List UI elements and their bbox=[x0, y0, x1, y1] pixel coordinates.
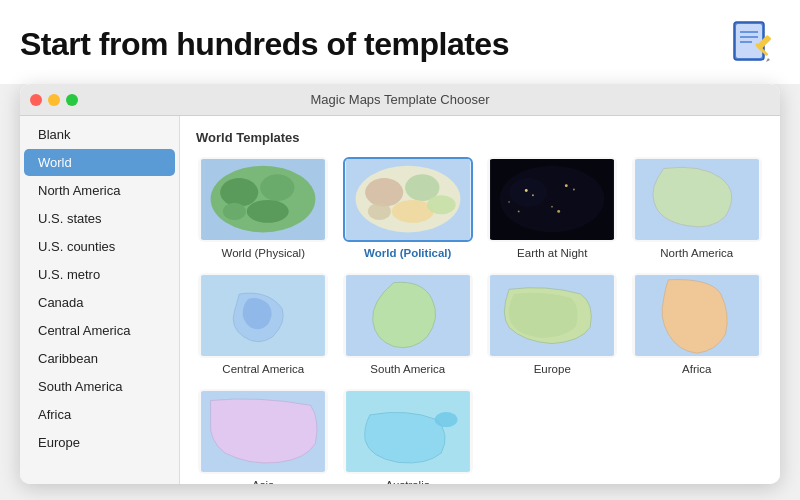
template-thumb-south-america bbox=[343, 273, 473, 358]
template-label-north-america: North America bbox=[660, 247, 733, 259]
svg-point-30 bbox=[518, 210, 520, 212]
minimize-button[interactable] bbox=[48, 94, 60, 106]
sidebar-item-blank[interactable]: Blank bbox=[24, 121, 175, 148]
svg-point-24 bbox=[525, 189, 528, 192]
template-label-world-physical: World (Physical) bbox=[222, 247, 306, 259]
template-item-central-america[interactable]: Central America bbox=[196, 273, 331, 375]
sidebar-item-europe[interactable]: Europe bbox=[24, 429, 175, 456]
template-label-south-america: South America bbox=[370, 363, 445, 375]
template-item-earth-night[interactable]: Earth at Night bbox=[485, 157, 620, 259]
sidebar-item-us-states[interactable]: U.S. states bbox=[24, 205, 175, 232]
template-label-central-america: Central America bbox=[222, 363, 304, 375]
template-thumb-world-physical bbox=[198, 157, 328, 242]
sidebar-item-us-metro[interactable]: U.S. metro bbox=[24, 261, 175, 288]
template-thumb-earth-night bbox=[487, 157, 617, 242]
sidebar-item-south-america[interactable]: South America bbox=[24, 373, 175, 400]
svg-point-16 bbox=[365, 178, 403, 207]
sidebar-item-canada[interactable]: Canada bbox=[24, 289, 175, 316]
svg-point-29 bbox=[551, 206, 553, 208]
template-item-south-america[interactable]: South America bbox=[341, 273, 476, 375]
banner: Start from hundreds of templates bbox=[0, 0, 800, 84]
svg-point-39 bbox=[434, 412, 457, 427]
template-thumb-australia bbox=[343, 389, 473, 474]
close-button[interactable] bbox=[30, 94, 42, 106]
template-label-australia: Australia bbox=[385, 479, 430, 484]
section-title: World Templates bbox=[196, 130, 764, 145]
sidebar-item-africa[interactable]: Africa bbox=[24, 401, 175, 428]
sidebar-item-caribbean[interactable]: Caribbean bbox=[24, 345, 175, 372]
template-thumb-africa bbox=[632, 273, 762, 358]
main-content: World Templates World (Physical) World (… bbox=[180, 116, 780, 484]
template-label-asia: Asia bbox=[252, 479, 274, 484]
titlebar-buttons bbox=[30, 94, 78, 106]
template-item-north-america[interactable]: North America bbox=[630, 157, 765, 259]
template-thumb-central-america bbox=[198, 273, 328, 358]
template-label-europe: Europe bbox=[534, 363, 571, 375]
sidebar-item-north-america[interactable]: North America bbox=[24, 177, 175, 204]
svg-point-28 bbox=[557, 210, 560, 213]
svg-point-20 bbox=[427, 195, 456, 214]
template-label-world-political: World (Political) bbox=[364, 247, 451, 259]
sidebar-item-central-america[interactable]: Central America bbox=[24, 317, 175, 344]
sidebar-item-us-counties[interactable]: U.S. counties bbox=[24, 233, 175, 260]
template-thumb-world-political bbox=[343, 157, 473, 242]
svg-point-23 bbox=[509, 178, 547, 207]
titlebar: Magic Maps Template Chooser bbox=[20, 84, 780, 116]
template-thumb-europe bbox=[487, 273, 617, 358]
svg-marker-6 bbox=[766, 58, 770, 62]
svg-point-25 bbox=[532, 194, 534, 196]
template-item-africa[interactable]: Africa bbox=[630, 273, 765, 375]
maximize-button[interactable] bbox=[66, 94, 78, 106]
svg-point-12 bbox=[247, 200, 289, 223]
svg-rect-1 bbox=[736, 24, 762, 58]
svg-point-26 bbox=[565, 184, 568, 187]
template-label-africa: Africa bbox=[682, 363, 711, 375]
app-window: Magic Maps Template Chooser BlankWorldNo… bbox=[20, 84, 780, 484]
window-title: Magic Maps Template Chooser bbox=[311, 92, 490, 107]
template-item-asia[interactable]: Asia bbox=[196, 389, 331, 484]
svg-point-19 bbox=[368, 203, 391, 220]
template-label-earth-night: Earth at Night bbox=[517, 247, 587, 259]
template-item-world-political[interactable]: World (Political) bbox=[341, 157, 476, 259]
template-thumb-asia bbox=[198, 389, 328, 474]
sidebar: BlankWorldNorth AmericaU.S. statesU.S. c… bbox=[20, 116, 180, 484]
template-item-europe[interactable]: Europe bbox=[485, 273, 620, 375]
template-thumb-north-america bbox=[632, 157, 762, 242]
svg-point-10 bbox=[220, 178, 258, 207]
template-item-world-physical[interactable]: World (Physical) bbox=[196, 157, 331, 259]
template-grid: World (Physical) World (Political) Earth… bbox=[196, 157, 764, 484]
window-body: BlankWorldNorth AmericaU.S. statesU.S. c… bbox=[20, 116, 780, 484]
svg-point-31 bbox=[508, 201, 510, 203]
svg-point-13 bbox=[223, 203, 246, 220]
svg-point-11 bbox=[260, 174, 294, 201]
banner-title: Start from hundreds of templates bbox=[20, 26, 509, 63]
sidebar-item-world[interactable]: World bbox=[24, 149, 175, 176]
svg-point-27 bbox=[573, 189, 575, 191]
template-item-australia[interactable]: Australia bbox=[341, 389, 476, 484]
notebook-pencil-icon bbox=[728, 18, 780, 70]
